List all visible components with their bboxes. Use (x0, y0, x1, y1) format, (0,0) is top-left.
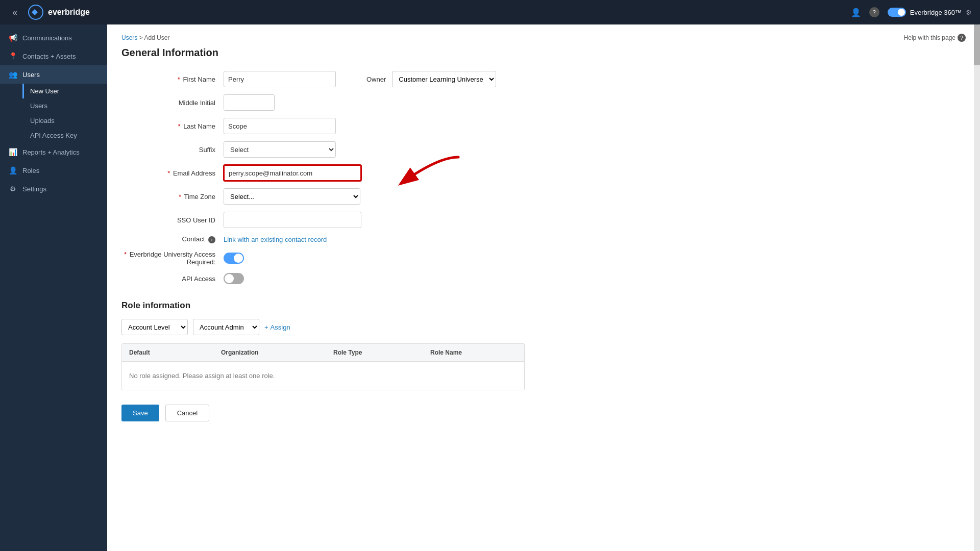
sidebar-item-roles[interactable]: 👤 Roles (0, 161, 107, 180)
sidebar-item-label: Roles (22, 167, 39, 174)
help-link[interactable]: Help with this page ? (904, 34, 966, 42)
suffix-select[interactable]: Select Jr. Sr. II III (224, 141, 336, 158)
owner-label: Owner (366, 76, 386, 83)
sso-label: SSO User ID (121, 216, 224, 224)
everbridge-360-toggle[interactable]: Everbridge 360™ ⚙ (888, 8, 972, 17)
first-name-input[interactable] (224, 71, 336, 87)
middle-initial-label: Middle Initial (121, 99, 224, 107)
content-area: Users > Add User Help with this page ? G… (107, 24, 980, 551)
middle-initial-input[interactable] (224, 94, 275, 111)
help-icon[interactable]: ? (869, 7, 879, 17)
roles-icon: 👤 (8, 166, 17, 174)
role-table-header: Default Organization Role Type Role Name (122, 344, 524, 362)
help-text: Help with this page (904, 34, 955, 41)
first-name-row: * First Name Owner Customer Learning Uni… (121, 71, 540, 87)
role-controls: Account Level Account Admin + Assign (121, 319, 540, 335)
scrollbar[interactable] (974, 24, 980, 551)
eu-access-label: * Everbridge University Access Required: (121, 251, 224, 266)
owner-group: Owner Customer Learning Universe (366, 71, 496, 87)
sidebar-item-reports[interactable]: 📊 Reports + Analytics (0, 143, 107, 161)
breadcrumb-current: Add User (144, 34, 169, 41)
contact-row: Contact i Link with an existing contact … (121, 235, 540, 243)
sidebar-item-label: Settings (22, 185, 46, 193)
email-input[interactable] (224, 165, 361, 181)
logo-icon (28, 4, 44, 20)
last-name-label: * Last Name (121, 122, 224, 130)
new-user-label: New User (30, 87, 59, 95)
role-type-select[interactable]: Account Admin (193, 319, 259, 335)
contact-link[interactable]: Link with an existing contact record (224, 236, 327, 243)
assign-button[interactable]: + Assign (264, 323, 290, 331)
users-icon: 👥 (8, 70, 17, 79)
sidebar-item-label: Contacts + Assets (22, 53, 76, 60)
topbar-left: « everbridge (8, 4, 90, 20)
sidebar-item-label: Reports + Analytics (22, 148, 80, 156)
breadcrumb: Users > Add User Help with this page ? (107, 24, 980, 47)
col-default: Default (122, 344, 214, 361)
last-name-row: * Last Name (121, 118, 540, 134)
user-profile-icon[interactable]: 👤 (851, 8, 861, 17)
breadcrumb-nav: Users > Add User (121, 34, 169, 41)
sso-row: SSO User ID (121, 212, 540, 228)
email-input-wrapper (224, 165, 361, 181)
360-settings-icon[interactable]: ⚙ (966, 9, 972, 16)
eu-access-toggle[interactable] (224, 253, 244, 264)
sidebar-item-label: Users (22, 71, 40, 79)
breadcrumb-users-link[interactable]: Users (121, 34, 137, 41)
general-info-form: * First Name Owner Customer Learning Uni… (121, 71, 540, 421)
role-table-empty-message: No role assigned. Please assign at least… (122, 362, 524, 390)
sidebar-sub-api-key[interactable]: API Access Key (22, 128, 107, 143)
reports-icon: 📊 (8, 148, 17, 156)
email-row: * Email Address (121, 165, 540, 181)
communications-icon: 📢 (8, 34, 17, 42)
form-actions: Save Cancel (121, 405, 540, 421)
col-organization: Organization (214, 344, 326, 361)
page-content: General Information * First Name Owner C… (107, 47, 980, 442)
col-role-type: Role Type (326, 344, 423, 361)
sidebar-item-contacts-assets[interactable]: 📍 Contacts + Assets (0, 47, 107, 65)
users-list-label: Users (30, 102, 47, 110)
contacts-icon: 📍 (8, 52, 17, 60)
role-section-title: Role information (121, 300, 540, 311)
sidebar-sub-new-user[interactable]: New User (22, 84, 107, 98)
api-access-toggle[interactable] (224, 273, 244, 284)
middle-initial-row: Middle Initial (121, 94, 540, 111)
sidebar-sub-uploads[interactable]: Uploads (22, 113, 107, 128)
sidebar-item-users[interactable]: 👥 Users (0, 65, 107, 84)
cancel-button[interactable]: Cancel (165, 405, 209, 421)
sidebar-item-communications[interactable]: 📢 Communications (0, 29, 107, 47)
timezone-select[interactable]: Select... (224, 188, 360, 205)
suffix-label: Suffix (121, 146, 224, 154)
sso-input[interactable] (224, 212, 361, 228)
eu-access-row: * Everbridge University Access Required: (121, 251, 540, 266)
page-title: General Information (121, 47, 966, 59)
assign-label: Assign (271, 323, 290, 331)
sidebar-sub-users-list[interactable]: Users (22, 98, 107, 113)
360-label: Everbridge 360™ (910, 9, 962, 16)
api-key-label: API Access Key (30, 132, 77, 139)
save-button[interactable]: Save (121, 405, 159, 421)
sidebar-sub-menu: New User Users Uploads API Access Key (0, 84, 107, 143)
collapse-sidebar-button[interactable]: « (8, 5, 21, 20)
required-indicator: * (178, 76, 180, 83)
owner-select[interactable]: Customer Learning Universe (392, 71, 496, 87)
sidebar-item-settings[interactable]: ⚙ Settings (0, 180, 107, 198)
red-arrow-annotation (372, 155, 463, 190)
app-logo: everbridge (28, 4, 90, 20)
role-level-select[interactable]: Account Level (121, 319, 188, 335)
scroll-thumb[interactable] (974, 24, 980, 65)
main-layout: 📢 Communications 📍 Contacts + Assets 👥 U… (0, 24, 980, 551)
topbar-right: 👤 ? Everbridge 360™ ⚙ (851, 7, 972, 17)
logo-text: everbridge (48, 8, 90, 17)
360-toggle-switch[interactable] (888, 8, 906, 17)
last-name-input[interactable] (224, 118, 336, 134)
col-role-name: Role Name (423, 344, 525, 361)
api-access-label: API Access (121, 275, 224, 283)
suffix-row: Suffix Select Jr. Sr. II III (121, 141, 540, 158)
breadcrumb-separator: > (139, 34, 143, 41)
timezone-label: * Time Zone (121, 193, 224, 201)
timezone-row: * Time Zone Select... (121, 188, 540, 205)
assign-plus-icon: + (264, 323, 268, 331)
contact-info-icon[interactable]: i (208, 236, 215, 243)
uploads-label: Uploads (30, 117, 55, 124)
